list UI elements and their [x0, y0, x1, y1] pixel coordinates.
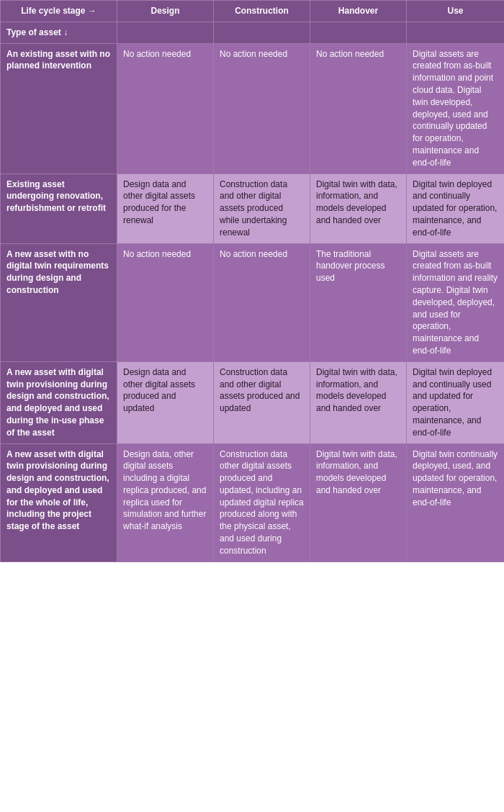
use-cell: Digital assets are created from as-built… [407, 43, 505, 173]
construction-cell: Construction data and other digital asse… [214, 173, 310, 243]
table-row: A new asset with digital twin provisioni… [1, 361, 505, 443]
construction-cell: No action needed [214, 43, 310, 173]
design-cell: Design data, other digital assets includ… [117, 443, 214, 561]
design-cell: Design data and other digital assets pro… [117, 173, 214, 243]
asset-type-subheader: Type of asset ↓ [1, 22, 117, 43]
table-row: A new asset with no digital twin require… [1, 243, 505, 361]
lifecycle-stage-header: Life cycle stage → [1, 1, 117, 22]
lifecycle-table: Life cycle stage → Design Construction H… [0, 0, 504, 562]
design-cell: Design data and other digital assets pro… [117, 361, 214, 443]
construction-header: Construction [214, 1, 310, 22]
handover-cell: Digital twin with data, information, and… [310, 173, 407, 243]
asset-cell: An existing asset with no planned interv… [1, 43, 117, 173]
subheader-empty-cell [117, 22, 214, 43]
table-row: An existing asset with no planned interv… [1, 43, 505, 173]
asset-cell: A new asset with no digital twin require… [1, 243, 117, 361]
handover-cell: Digital twin with data, information, and… [310, 443, 407, 561]
use-cell: Digital twin deployed and continually us… [407, 361, 505, 443]
use-cell: Digital twin continually deployed, used,… [407, 443, 505, 561]
handover-cell: Digital twin with data, information, and… [310, 361, 407, 443]
use-cell: Digital assets are created from as-built… [407, 243, 505, 361]
construction-cell: Construction data other digital assets p… [214, 443, 310, 561]
design-cell: No action needed [117, 43, 214, 173]
construction-cell: No action needed [214, 243, 310, 361]
subheader-empty-cell [310, 22, 407, 43]
handover-cell: The traditional handover process used [310, 243, 407, 361]
asset-cell: A new asset with digital twin provisioni… [1, 361, 117, 443]
handover-header: Handover [310, 1, 407, 22]
table-row: A new asset with digital twin provisioni… [1, 443, 505, 561]
design-header: Design [117, 1, 214, 22]
use-header: Use [407, 1, 505, 22]
header-row: Life cycle stage → Design Construction H… [1, 1, 505, 22]
handover-cell: No action needed [310, 43, 407, 173]
asset-cell: Existing asset undergoing renovation, re… [1, 173, 117, 243]
table-row: Existing asset undergoing renovation, re… [1, 173, 505, 243]
use-cell: Digital twin deployed and continually up… [407, 173, 505, 243]
subheader-empty-cell [214, 22, 310, 43]
asset-cell: A new asset with digital twin provisioni… [1, 443, 117, 561]
subheader-row: Type of asset ↓ [1, 22, 505, 43]
design-cell: No action needed [117, 243, 214, 361]
subheader-empty-cell [407, 22, 505, 43]
construction-cell: Construction data and other digital asse… [214, 361, 310, 443]
